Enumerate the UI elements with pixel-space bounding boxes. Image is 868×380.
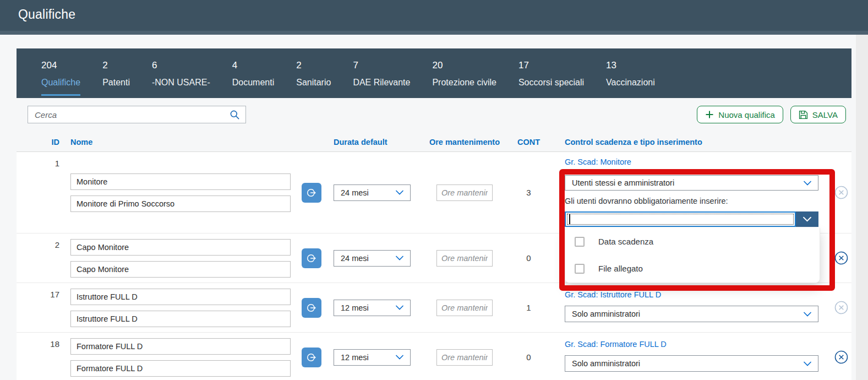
durata-value: 12 mesi xyxy=(341,353,369,362)
chevron-down-icon xyxy=(396,256,403,260)
control-scadenza-select[interactable]: Utenti stessi e amministratori xyxy=(565,175,818,191)
magnifier-icon[interactable] xyxy=(230,110,240,120)
mandatory-multiselect xyxy=(565,211,818,227)
tab-label: Vaccinazioni xyxy=(606,78,655,88)
search-box xyxy=(28,106,246,123)
tab-vaccinazioni[interactable]: 13 Vaccinazioni xyxy=(606,48,655,98)
arrow-circle-right-icon xyxy=(306,253,317,264)
tab-label: -NON USARE- xyxy=(152,78,210,88)
column-header-cont: CONT xyxy=(493,138,565,146)
arrow-circle-right-icon xyxy=(306,302,317,313)
page-title: Qualifiche xyxy=(18,7,75,22)
tab-sanitario[interactable]: 2 Sanitario xyxy=(296,48,331,98)
open-detail-button[interactable] xyxy=(302,248,321,268)
tab-count: 204 xyxy=(41,60,80,71)
checkbox[interactable] xyxy=(575,237,585,247)
new-qualifica-label: Nuova qualifica xyxy=(718,110,775,120)
tab-soccorsi-speciali[interactable]: 17 Soccorsi speciali xyxy=(518,48,584,98)
chevron-down-icon xyxy=(396,190,403,195)
durata-select[interactable]: 24 mesi xyxy=(334,250,411,267)
tab-dae-rilevante[interactable]: 7 DAE Rilevante xyxy=(353,48,410,98)
tab-protezione-civile[interactable]: 20 Protezione civile xyxy=(432,48,496,98)
durata-select[interactable]: 12 mesi xyxy=(334,349,411,366)
tab-count: 20 xyxy=(432,60,496,71)
open-detail-button[interactable] xyxy=(302,298,321,318)
gr-scad-link[interactable]: Gr. Scad: Formatore FULL D xyxy=(565,340,667,349)
nome-input[interactable] xyxy=(70,338,291,355)
multiselect-dropdown-button[interactable] xyxy=(796,211,818,227)
tab-count: 2 xyxy=(102,60,130,71)
multiselect-input[interactable] xyxy=(565,211,796,227)
search-input[interactable] xyxy=(28,110,230,120)
tab-non-usare[interactable]: 6 -NON USARE- xyxy=(152,48,210,98)
durata-value: 12 mesi xyxy=(341,303,369,312)
gr-scad-link[interactable]: Gr. Scad: Istruttore FULL D xyxy=(565,290,661,300)
cont-value: 0 xyxy=(526,253,531,263)
control-scadenza-value: Utenti stessi e amministratori xyxy=(572,178,674,187)
text-caret xyxy=(569,214,570,224)
category-tab-bar: 204 Qualifiche 2 Patenti 6 -NON USARE- 4… xyxy=(17,48,851,98)
name-fields xyxy=(70,152,291,233)
name-fields xyxy=(70,333,291,380)
control-scadenza-value: Solo amministratori xyxy=(572,359,640,368)
plus-icon xyxy=(705,110,714,119)
header-divider xyxy=(0,31,868,35)
row-id: 1 xyxy=(17,152,59,233)
durata-value: 24 mesi xyxy=(341,188,369,197)
tab-label: Patenti xyxy=(102,78,130,88)
tab-documenti[interactable]: 4 Documenti xyxy=(232,48,274,98)
nome-input[interactable] xyxy=(70,173,291,190)
ore-mantenimento-input[interactable] xyxy=(436,184,493,201)
column-header-id: ID xyxy=(17,138,59,146)
nome-input[interactable] xyxy=(70,239,291,256)
column-header-durata: Durata default xyxy=(334,138,411,146)
tab-qualifiche[interactable]: 204 Qualifiche xyxy=(41,48,80,98)
floppy-disk-icon xyxy=(799,110,808,120)
control-scadenza-select[interactable]: Solo amministratori xyxy=(565,355,818,372)
tab-label: Qualifiche xyxy=(41,78,80,88)
gr-scad-link[interactable]: Gr. Scad: Monitore xyxy=(565,158,631,167)
checkbox[interactable] xyxy=(575,264,585,274)
tab-count: 6 xyxy=(152,60,210,71)
nome-input[interactable] xyxy=(70,289,291,305)
remove-row-button[interactable] xyxy=(834,185,849,200)
descrizione-input[interactable] xyxy=(70,261,291,278)
durata-select[interactable]: 12 mesi xyxy=(334,300,411,316)
arrow-circle-right-icon xyxy=(306,352,317,363)
tab-label: DAE Rilevante xyxy=(353,78,410,88)
toolbar-actions: Nuova qualifica SALVA xyxy=(697,106,846,123)
tab-count: 2 xyxy=(296,60,331,71)
cont-value: 0 xyxy=(526,352,531,362)
arrow-circle-right-icon xyxy=(306,187,317,198)
chevron-down-icon xyxy=(804,181,811,186)
remove-row-button[interactable] xyxy=(834,251,849,265)
durata-select[interactable]: 24 mesi xyxy=(334,184,411,201)
mandatory-fields-label: Gli utenti dovranno obbligatoriamente in… xyxy=(565,197,818,206)
open-detail-button[interactable] xyxy=(302,348,321,367)
circle-x-icon xyxy=(834,185,849,200)
row-id: 17 xyxy=(17,283,59,332)
ore-mantenimento-input[interactable] xyxy=(436,250,493,267)
column-header-nome: Nome xyxy=(70,138,291,146)
control-scadenza-select[interactable]: Solo amministratori xyxy=(565,306,818,322)
chevron-down-icon xyxy=(803,216,811,222)
open-detail-button[interactable] xyxy=(302,183,321,203)
chevron-down-icon xyxy=(804,312,811,317)
descrizione-input[interactable] xyxy=(70,311,291,327)
new-qualifica-button[interactable]: Nuova qualifica xyxy=(697,106,783,123)
remove-row-button[interactable] xyxy=(834,350,849,365)
descrizione-input[interactable] xyxy=(70,196,291,212)
dropdown-option-data-scadenza[interactable]: Data scadenza xyxy=(565,228,820,255)
save-button[interactable]: SALVA xyxy=(790,106,846,123)
ore-mantenimento-input[interactable] xyxy=(436,300,493,316)
row-id: 2 xyxy=(17,234,59,283)
remove-row-button[interactable] xyxy=(834,300,849,315)
tab-label: Soccorsi speciali xyxy=(518,78,584,88)
ore-mantenimento-input[interactable] xyxy=(436,349,493,366)
tab-patenti[interactable]: 2 Patenti xyxy=(102,48,130,98)
descrizione-input[interactable] xyxy=(70,360,291,377)
tab-count: 4 xyxy=(232,60,274,71)
column-header-control: Control scadenza e tipo inserimento xyxy=(565,138,818,146)
table-row: 1 24 mesi xyxy=(17,152,851,234)
dropdown-option-file-allegato[interactable]: File allegato xyxy=(565,255,820,282)
